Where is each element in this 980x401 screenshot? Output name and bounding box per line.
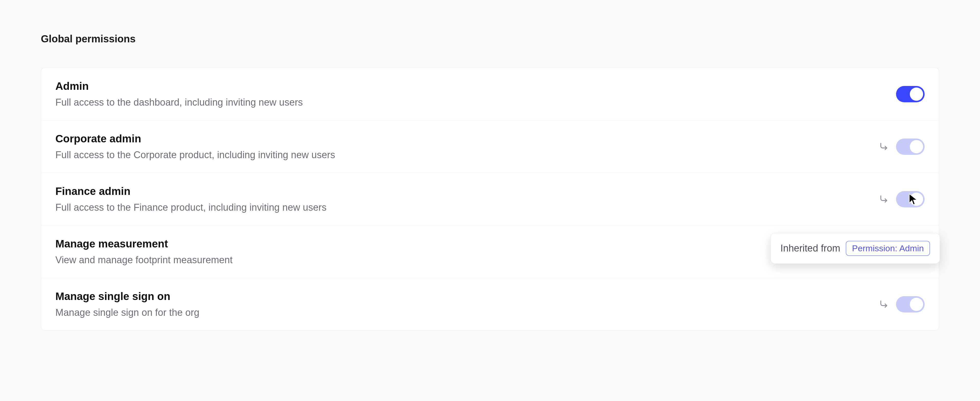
permission-title: Manage single sign on	[56, 290, 879, 303]
permission-row: Finance admin Full access to the Finance…	[41, 173, 939, 225]
permissions-card: Admin Full access to the dashboard, incl…	[41, 68, 939, 331]
permission-desc: Full access to the Corporate product, in…	[56, 149, 879, 160]
inherited-tooltip-label: Inherited from	[780, 243, 840, 254]
permission-row: Manage single sign on Manage single sign…	[41, 278, 939, 330]
permission-toggle-admin[interactable]	[896, 86, 924, 102]
permission-desc: Manage single sign on for the org	[56, 307, 879, 318]
inherit-arrow-icon	[879, 141, 889, 152]
permission-toggle-manage-sso[interactable]	[896, 296, 924, 312]
section-title: Global permissions	[41, 33, 939, 44]
permission-title: Manage measurement	[56, 238, 879, 250]
permission-row: Admin Full access to the dashboard, incl…	[41, 68, 939, 120]
permission-title: Admin	[56, 80, 896, 92]
permission-toggle-corporate-admin[interactable]	[896, 138, 924, 155]
permission-toggle-finance-admin[interactable]	[896, 191, 924, 208]
permission-row: Corporate admin Full access to the Corpo…	[41, 120, 939, 173]
inherited-tooltip: Inherited from Permission: Admin	[770, 233, 940, 264]
permission-desc: Full access to the Finance product, incl…	[56, 202, 879, 213]
permission-title: Corporate admin	[56, 133, 879, 145]
permission-desc: View and manage footprint measurement	[56, 255, 879, 266]
inherited-tooltip-chip: Permission: Admin	[846, 241, 930, 256]
permission-desc: Full access to the dashboard, including …	[56, 97, 896, 108]
permission-title: Finance admin	[56, 185, 879, 197]
inherit-arrow-icon	[879, 194, 889, 204]
inherit-arrow-icon	[879, 299, 889, 309]
